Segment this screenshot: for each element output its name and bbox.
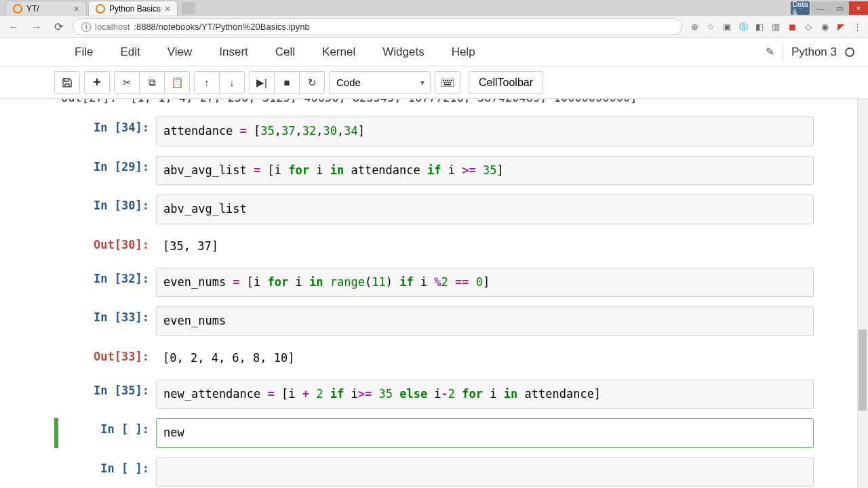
add-cell-button[interactable]: + [84,71,110,94]
menu-kernel[interactable]: Kernel [309,40,369,64]
code-input[interactable]: new_attendance = [i + 2 if i>= 35 else i… [156,380,814,409]
move-up-button[interactable]: ↑ [194,71,220,94]
forward-button[interactable]: → [28,21,45,33]
maximize-button[interactable]: ▭ [830,1,849,15]
code-cell[interactable]: In [ ]:new [54,418,814,448]
browser-tab-notebook[interactable]: Python Basics × [88,1,178,16]
close-icon[interactable]: × [74,3,79,14]
move-down-button[interactable]: ↓ [219,71,245,94]
svg-rect-9 [446,82,447,83]
output-partial: Out[27]: [1, 1, 4, 27, 256, 3125, 46656,… [54,99,814,107]
code-cell[interactable]: In [32]:even_nums = [i for i in range(11… [54,268,814,298]
in-prompt: In [34]: [54,117,156,146]
svg-rect-4 [445,80,446,81]
menu-icon[interactable]: ⋮ [852,22,863,33]
reload-button[interactable]: ⟳ [52,20,66,33]
in-prompt: In [35]: [54,380,156,409]
svg-point-0 [14,5,22,13]
code-input[interactable]: abv_avg_list [156,195,814,224]
code-cell[interactable]: In [35]:new_attendance = [i + 2 if i>= 3… [54,380,814,409]
extension-icon[interactable]: ◇ [803,22,814,33]
jupyter-icon [96,4,105,14]
extension-icon[interactable]: ◉ [819,22,830,33]
menu-view[interactable]: View [154,40,206,64]
in-prompt: In [ ]: [58,418,156,448]
browser-tab-yt[interactable]: YT/ × [5,1,87,16]
toolbar: + ✂ ⧉ 📋 ↑ ↓ ▶| ■ ↻ Code CellToolbar [0,66,868,99]
output-cell: Out[30]:[35, 37] [54,234,814,258]
restart-button[interactable]: ↻ [299,71,325,94]
output-text: [0, 2, 4, 6, 8, 10] [156,346,814,370]
code-cell[interactable]: In [34]:attendance = [35,37,32,30,34] [54,117,814,146]
new-tab-button[interactable] [182,2,195,14]
save-button[interactable] [54,71,80,94]
svg-point-1 [96,5,104,13]
menu-edit[interactable]: Edit [106,40,153,64]
menu-cell[interactable]: Cell [262,40,309,64]
in-prompt: In [32]: [54,268,156,298]
out-prompt: Out[33]: [54,346,156,370]
zoom-icon[interactable]: ⊕ [689,22,700,33]
info-icon: i [81,22,91,32]
svg-rect-6 [449,80,450,81]
back-button[interactable]: ← [5,21,22,33]
run-button[interactable]: ▶| [249,71,275,94]
menu-insert[interactable]: Insert [205,40,262,64]
address-bar-icons: ⊕ ☆ ▣ Ⓢ ◧ ▥ ◼ ◇ ◉ ◤ ⋮ [689,22,863,33]
kernel-idle-icon [845,47,854,57]
extension-icon[interactable]: ▣ [722,22,732,33]
in-prompt: In [ ]: [54,458,156,487]
minimize-button[interactable]: — [811,1,830,15]
svg-rect-3 [443,80,444,81]
paste-button[interactable]: 📋 [164,71,190,94]
menu-widgets[interactable]: Widgets [369,40,437,64]
copy-button[interactable]: ⧉ [139,71,165,94]
code-cell[interactable]: In [30]:abv_avg_list [54,195,814,224]
scrollbar[interactable] [857,99,868,488]
code-input[interactable]: abv_avg_list = [i for i in attendance if… [156,156,814,186]
menubar: File Edit View Insert Cell Kernel Widget… [0,38,868,66]
output-text: [35, 37] [156,234,814,258]
stop-button[interactable]: ■ [274,71,300,94]
skype-icon[interactable]: Ⓢ [738,22,749,33]
url-input[interactable]: i localhost:8888/notebooks/YT/Python%20B… [73,18,682,35]
scrollbar-thumb[interactable] [859,329,867,411]
tab-title: YT/ [26,4,39,14]
notebook-scroller[interactable]: Out[27]: [1, 1, 4, 27, 256, 3125, 46656,… [0,99,868,488]
code-input[interactable]: even_nums = [i for i in range(11) if i %… [156,268,814,298]
svg-rect-10 [448,82,449,83]
menu-help[interactable]: Help [438,40,489,64]
address-bar: ← → ⟳ i localhost:8888/notebooks/YT/Pyth… [0,16,868,38]
code-cell[interactable]: In [ ]: [54,458,814,487]
extension-icon[interactable]: ◼ [787,22,797,33]
data-button[interactable]: Data & [791,1,810,15]
svg-rect-11 [450,82,451,83]
in-prompt: In [29]: [54,156,156,186]
cut-button[interactable]: ✂ [114,71,140,94]
code-input[interactable]: even_nums [156,306,814,336]
code-cell[interactable]: In [33]:even_nums [54,306,814,336]
svg-rect-12 [444,84,451,85]
extension-icon[interactable]: ◧ [754,22,765,33]
output-cell: Out[33]:[0, 2, 4, 6, 8, 10] [54,346,814,370]
star-icon[interactable]: ☆ [705,22,716,33]
cell-type-select[interactable]: Code [329,71,431,94]
code-input[interactable] [156,458,814,487]
menu-file[interactable]: File [61,40,106,64]
code-input[interactable]: attendance = [35,37,32,30,34] [156,117,814,146]
close-icon[interactable]: × [165,3,170,14]
extension-icon[interactable]: ▥ [770,22,781,33]
command-palette-button[interactable] [435,71,460,94]
code-cell[interactable]: In [29]:abv_avg_list = [i for i in atten… [54,156,814,186]
tab-strip: YT/ × Python Basics × Data & — ▭ × [0,0,868,16]
pencil-icon[interactable]: ✎ [766,45,774,58]
celltoolbar-button[interactable]: CellToolbar [469,71,543,94]
code-input[interactable]: new [156,418,814,448]
jupyter-icon [13,4,22,14]
in-prompt: In [30]: [54,195,156,224]
notebook: Out[27]: [1, 1, 4, 27, 256, 3125, 46656,… [0,99,868,488]
svg-rect-7 [451,80,452,81]
extension-icon[interactable]: ◤ [835,22,846,33]
close-button[interactable]: × [849,1,868,15]
jupyter-app: File Edit View Insert Cell Kernel Widget… [0,38,868,488]
